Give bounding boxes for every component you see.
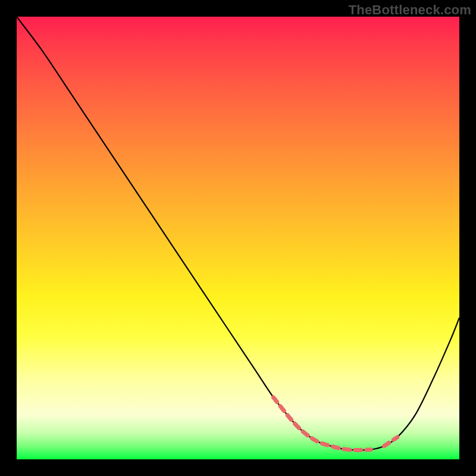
curve-minimum-dash-b [384,437,397,446]
curve-minimum-dash-a [274,397,371,450]
chart-gradient-area [17,17,459,459]
curve-main [17,17,459,450]
watermark-text: TheBottleneck.com [349,2,471,18]
chart-frame: TheBottleneck.com [0,0,476,476]
chart-svg [17,17,459,459]
